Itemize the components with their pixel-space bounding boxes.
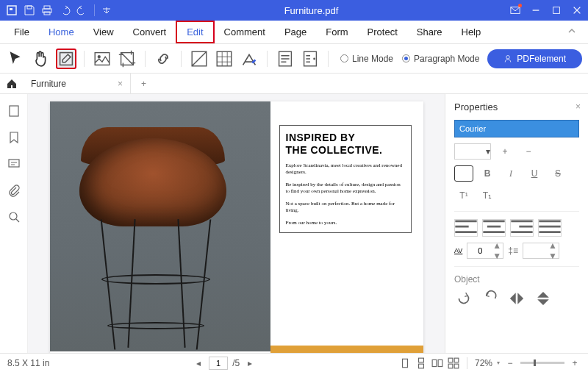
para-1: Explore Scandinavia, meet local creative… [286,162,405,176]
maximize-icon[interactable] [551,5,562,15]
line-mode-label: Line Mode [352,54,393,64]
menu-edit[interactable]: Edit [176,21,214,43]
view-thumbnails-icon[interactable] [448,357,459,369]
para-4: From our home to yours. [286,220,405,226]
pdfelement-button[interactable]: PDFelement [487,49,582,68]
font-family-select[interactable]: Courier [454,120,579,137]
tab-furniture[interactable]: Furniture × [24,74,131,93]
strikethrough-button[interactable]: S [548,165,567,182]
prev-page-icon[interactable]: ◂ [193,357,204,369]
line-mode-radio[interactable]: Line Mode [340,54,393,64]
flip-vertical-icon[interactable] [534,289,553,308]
menu-page[interactable]: Page [275,21,316,43]
more-options-icon[interactable] [300,49,320,69]
svg-rect-27 [448,364,453,368]
header-footer-icon[interactable] [239,49,259,69]
menu-form[interactable]: Form [316,21,357,43]
svg-rect-7 [60,52,73,65]
paragraph-mode-label: Paragraph Mode [414,54,479,64]
svg-rect-24 [438,360,442,366]
zoom-out-icon[interactable]: − [504,357,516,369]
mail-icon[interactable] [510,5,520,15]
svg-rect-17 [10,106,18,116]
comments-icon[interactable] [7,157,21,171]
text-block[interactable]: INSPIRED BY THE COLLECTIVE. Explore Scan… [279,125,412,233]
line-spacing-input[interactable]: ▲▼ [523,243,559,259]
font-style-select[interactable]: ▾ [454,143,491,160]
menu-comment[interactable]: Comment [215,21,275,43]
heading-2: THE COLLECTIVE. [286,144,405,157]
document-canvas[interactable]: INSPIRED BY THE COLLECTIVE. Explore Scan… [28,94,445,353]
rotate-ccw-icon[interactable] [454,289,473,308]
zoom-in-icon[interactable]: + [569,357,581,369]
attachments-icon[interactable] [7,184,21,197]
new-tab-icon[interactable]: + [137,79,151,89]
font-size-increase-icon[interactable]: + [495,143,514,160]
page-number-input[interactable] [209,357,228,370]
customize-qat-icon[interactable] [101,4,112,16]
zoom-slider[interactable] [520,362,564,364]
workspace: INSPIRED BY THE COLLECTIVE. Explore Scan… [0,94,588,353]
panel-close-icon[interactable]: × [576,101,581,112]
align-right-icon[interactable] [510,219,534,237]
status-bar: 8.5 X 11 in ◂ /5 ▸ 72% ▾ − + [0,353,588,372]
thumbnails-icon[interactable] [7,104,21,118]
close-icon[interactable] [572,5,582,15]
menu-convert[interactable]: Convert [123,21,176,43]
menu-home[interactable]: Home [39,21,84,43]
minimize-icon[interactable] [531,5,541,15]
search-icon[interactable] [7,210,21,223]
home-tab-icon[interactable] [6,78,18,90]
hand-tool-icon[interactable] [31,49,51,69]
align-left-icon[interactable] [454,219,478,237]
svg-rect-22 [419,364,424,368]
menu-help[interactable]: Help [452,21,491,43]
svg-point-15 [313,57,315,60]
view-continuous-icon[interactable] [415,357,427,369]
tab-close-icon[interactable]: × [118,79,123,89]
background-icon[interactable] [214,49,234,69]
char-spacing-input[interactable]: ▲▼ [467,243,503,259]
view-single-icon[interactable] [399,357,411,369]
undo-icon[interactable] [59,4,71,16]
italic-button[interactable]: I [501,165,520,182]
font-size-decrease-icon[interactable]: − [519,143,538,160]
underline-button[interactable]: U [525,165,544,182]
view-facing-icon[interactable] [431,357,443,369]
menu-view[interactable]: View [84,21,123,43]
menu-share[interactable]: Share [407,21,452,43]
watermark-icon[interactable] [189,49,209,69]
menu-protect[interactable]: Protect [358,21,407,43]
bold-button[interactable]: B [478,165,497,182]
add-image-icon[interactable] [92,49,112,69]
subscript-button[interactable]: T₁ [478,187,497,204]
bates-icon[interactable] [275,49,295,69]
svg-rect-12 [217,51,232,66]
select-tool-icon[interactable] [6,49,26,69]
save-icon[interactable] [24,4,35,16]
flip-horizontal-icon[interactable] [507,289,526,308]
edit-toolbar: Line Mode Paragraph Mode PDFelement [0,44,588,74]
paragraph-mode-radio[interactable]: Paragraph Mode [402,54,479,64]
line-spacing-icon: ‡≡ [508,246,518,256]
align-center-icon[interactable] [482,219,506,237]
edit-text-tool-icon[interactable] [56,49,76,69]
zoom-level: 72% [475,358,492,368]
collapse-ribbon-icon[interactable] [560,26,584,37]
rotate-cw-icon[interactable] [481,289,500,308]
superscript-button[interactable]: T¹ [454,187,473,204]
menu-file[interactable]: File [4,21,39,43]
char-spacing-label: AV [454,247,462,254]
font-color-icon[interactable] [454,165,473,182]
svg-rect-18 [9,160,19,167]
next-page-icon[interactable]: ▸ [244,357,256,369]
print-icon[interactable] [41,4,53,16]
crop-icon[interactable] [117,49,137,69]
page-total: /5 [232,358,240,368]
menu-bar: File Home View Convert Edit Comment Page… [0,21,588,44]
redo-icon[interactable] [76,4,88,16]
align-justify-icon[interactable] [538,219,562,237]
svg-rect-6 [553,7,560,14]
bookmarks-icon[interactable] [7,131,21,144]
link-icon[interactable] [153,49,173,69]
